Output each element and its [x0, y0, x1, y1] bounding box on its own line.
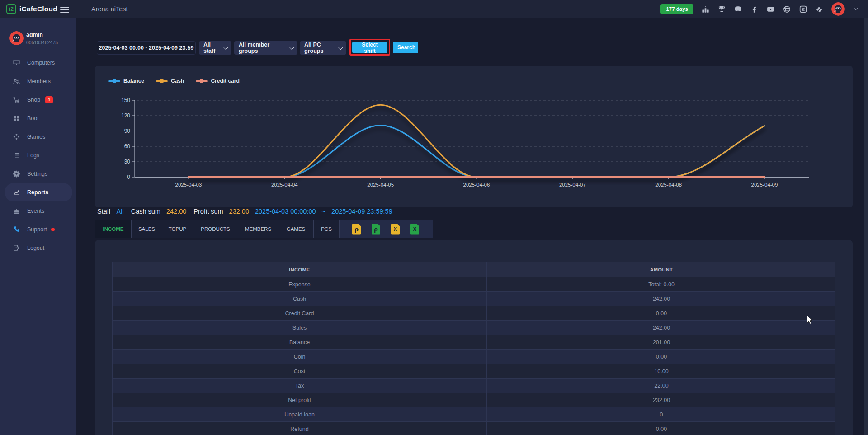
sidebar-item-label: Reports — [27, 189, 48, 196]
sidebar-user-id: 005193482475 — [26, 40, 58, 45]
sidebar-user-avatar[interactable] — [9, 31, 24, 45]
sidebar-item-reports[interactable]: Reports — [5, 183, 72, 201]
table-row[interactable]: Sales242.00 — [113, 321, 835, 335]
export-excel-green-icon[interactable]: X — [410, 224, 419, 235]
sidebar-item-events[interactable]: Events — [0, 201, 76, 220]
settings-icon — [13, 170, 20, 178]
legend-item-balance[interactable]: Balance — [108, 78, 144, 84]
table-row[interactable]: Balance201.00 — [113, 335, 835, 350]
members-icon — [13, 77, 20, 85]
user-avatar[interactable] — [831, 2, 845, 16]
tab-sales[interactable]: SALES — [131, 220, 162, 238]
tab-pcs[interactable]: PCS — [313, 220, 340, 238]
icafecloud-app: i2 iCafeCloud Arena aiTest 177 days admi… — [0, 0, 868, 435]
sidebar-item-label: Events — [27, 208, 44, 214]
svg-text:2025-04-04: 2025-04-04 — [271, 182, 298, 187]
sidebar-item-members[interactable]: Members — [0, 72, 76, 90]
income-cell: Tax — [113, 379, 486, 393]
reports-icon — [13, 188, 20, 196]
amount-cell: 0.00 — [486, 350, 836, 364]
table-row[interactable]: Coin0.00 — [113, 350, 835, 364]
topbar-right: 177 days — [660, 0, 859, 18]
svg-text:2025-04-05: 2025-04-05 — [367, 182, 394, 187]
legend-marker-icon — [196, 79, 208, 83]
events-icon — [13, 207, 20, 215]
table-row[interactable]: Cash242.00 — [113, 292, 835, 306]
income-cell: Expense — [113, 277, 486, 291]
tab-members[interactable]: MEMBERS — [238, 220, 278, 238]
tab-games[interactable]: GAMES — [278, 220, 313, 238]
select-shift-button[interactable]: Select shift — [352, 42, 387, 53]
income-cell: Net profit — [113, 393, 486, 407]
svg-text:30: 30 — [124, 159, 131, 165]
table-row[interactable]: Cost10.00 — [113, 364, 835, 379]
table-row[interactable]: Net profit232.00 — [113, 393, 835, 407]
chart-panel: BalanceCashCredit card 03060901201502025… — [95, 66, 853, 207]
table-row[interactable]: Tax22.00 — [113, 379, 835, 393]
sidebar-item-boot[interactable]: Boot — [0, 109, 76, 127]
table-body: ExpenseTotal: 0.00Cash242.00Credit Card0… — [113, 277, 835, 435]
sidebar-item-settings[interactable]: Settings — [0, 164, 76, 183]
table-row[interactable]: Unpaid loan0 — [113, 407, 835, 422]
svg-text:120: 120 — [121, 112, 130, 119]
export-excel-yellow-icon[interactable]: X — [391, 224, 400, 235]
trophy-icon[interactable] — [717, 5, 726, 14]
line-chart: 03060901201502025-04-032025-04-042025-04… — [95, 89, 853, 207]
menu-toggle-icon[interactable] — [60, 5, 69, 13]
export-pdf-green-icon[interactable]: ρ — [372, 224, 380, 235]
legend-item-credit-card[interactable]: Credit card — [196, 78, 239, 84]
report-tabs: INCOMESALESTOPUPPRODUCTSMEMBERSGAMESPCS … — [95, 220, 433, 238]
sidebar-item-logs[interactable]: Logs — [0, 146, 76, 164]
staff-select[interactable]: All staff — [199, 41, 231, 55]
table-row[interactable]: ExpenseTotal: 0.00 — [113, 277, 835, 292]
discord-icon[interactable] — [734, 5, 742, 14]
support-icon — [13, 225, 20, 233]
page-title: Arena aiTest — [91, 0, 128, 18]
legend-marker-icon — [108, 79, 120, 83]
scrollbar[interactable] — [864, 18, 868, 435]
income-cell: Balance — [113, 335, 486, 349]
date-range-input[interactable]: 2025-04-03 00:00 - 2025-04-09 23:59 — [97, 41, 196, 55]
sidebar-item-label: Games — [27, 134, 45, 140]
logs-icon — [13, 151, 20, 159]
leaderboard-icon[interactable] — [701, 5, 710, 14]
legend-item-cash[interactable]: Cash — [156, 78, 184, 84]
tab-products[interactable]: PRODUCTS — [193, 220, 238, 238]
sidebar-item-label: Logout — [27, 245, 44, 251]
tab-topup[interactable]: TOPUP — [162, 220, 193, 238]
app-logo[interactable]: i2 iCafeCloud — [6, 0, 57, 18]
amount-cell: 0 — [486, 407, 836, 421]
amount-cell: 201.00 — [486, 335, 836, 349]
layers-icon[interactable] — [815, 5, 824, 14]
sidebar-item-games[interactable]: Games — [0, 127, 76, 146]
sidebar-item-support[interactable]: Support — [0, 220, 76, 239]
tab-income[interactable]: INCOME — [95, 220, 131, 238]
legend-label: Credit card — [211, 78, 239, 84]
table-row[interactable]: Credit Card0.00 — [113, 306, 835, 321]
chevron-down-icon[interactable] — [853, 6, 859, 12]
table-row[interactable]: Refund0.00 — [113, 422, 835, 435]
topbar-divider — [76, 0, 76, 18]
income-cell: Cash — [113, 292, 486, 306]
sidebar-item-computers[interactable]: Computers — [0, 53, 76, 72]
sidebar-item-label: Members — [27, 78, 51, 84]
sidebar-item-shop[interactable]: Shop1 — [0, 90, 76, 109]
search-button[interactable]: Search — [393, 42, 418, 53]
income-cell: Unpaid loan — [113, 407, 486, 421]
license-days-badge[interactable]: 177 days — [660, 4, 693, 14]
pc-groups-select[interactable]: All PC groups — [300, 41, 346, 55]
status-dot — [51, 228, 55, 231]
svg-text:2025-04-08: 2025-04-08 — [655, 182, 682, 187]
sidebar-item-logout[interactable]: Logout — [0, 239, 76, 257]
globe-icon[interactable] — [783, 5, 791, 14]
export-pdf-yellow-icon[interactable]: ρ — [352, 224, 361, 235]
legend-label: Cash — [171, 78, 184, 84]
facebook-icon[interactable] — [750, 5, 759, 14]
member-groups-select[interactable]: All member groups — [234, 41, 297, 55]
youtube-icon[interactable] — [766, 5, 775, 14]
filter-divider — [95, 37, 853, 37]
icafecloud-logo-icon: i2 — [6, 4, 16, 14]
export-buttons: ρρXX — [340, 220, 433, 238]
icafecloud-icon[interactable] — [799, 5, 807, 14]
amount-cell: 242.00 — [486, 321, 836, 335]
